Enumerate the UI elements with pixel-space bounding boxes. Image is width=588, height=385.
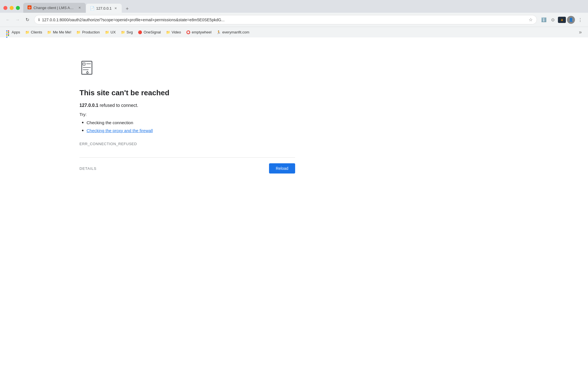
bookmark-onesignal[interactable]: 🔴 OneSignal — [136, 29, 163, 35]
bookmark-clients[interactable]: 📁 Clients — [23, 29, 45, 35]
bookmark-everymanfit-label: everymanfit.com — [222, 30, 249, 34]
bookmark-ux[interactable]: 📁 UX — [103, 29, 118, 35]
bookmark-emptywheel-label: emptywheel — [192, 30, 211, 34]
minimize-window-button[interactable] — [10, 6, 14, 10]
toolbar-right: ℹ️ ⊙ a 👤 ⋮ — [540, 16, 584, 24]
browser-chrome: O Change client | LMS Administra... ✕ 📄 … — [0, 0, 588, 37]
new-tab-button[interactable]: + — [123, 5, 131, 13]
bookmarks-more-button[interactable]: » — [577, 28, 584, 36]
url-text: 127.0.0.1:8000/oauth2/authorize/?scope=o… — [42, 18, 526, 22]
bookmark-emptywheel[interactable]: ⭕ emptywheel — [184, 29, 214, 35]
traffic-lights — [3, 6, 20, 10]
more-options-button[interactable]: ⋮ — [576, 16, 584, 24]
bookmark-everymanfit[interactable]: 🏃 everymanfit.com — [214, 29, 251, 35]
bookmark-video[interactable]: 📁 Video — [164, 29, 183, 35]
tab-localhost-title: 127.0.0.1 — [96, 6, 112, 10]
tab-lms-title: Change client | LMS Administra... — [33, 6, 75, 10]
bookmark-memememe-label: Me Me Me! — [53, 30, 71, 34]
tab-lms-close-button[interactable]: ✕ — [77, 6, 82, 10]
connection-text: Checking the connection — [87, 120, 133, 125]
svg-text:O: O — [28, 6, 30, 9]
emptywheel-icon: ⭕ — [186, 30, 190, 34]
error-icon — [79, 60, 98, 78]
error-title: This site can't be reached — [79, 88, 295, 97]
info-icon: ℹ — [38, 18, 40, 22]
amazon-button[interactable]: a — [558, 17, 566, 23]
apps-grid-icon — [6, 30, 10, 34]
error-container: This site can't be reached 127.0.0.1 ref… — [79, 60, 295, 174]
bookmark-memememe[interactable]: 📁 Me Me Me! — [45, 29, 74, 35]
folder-clients-icon: 📁 — [25, 30, 30, 34]
reload-page-button[interactable]: ↻ — [23, 16, 31, 24]
bookmark-production-label: Production — [82, 30, 100, 34]
profile-button[interactable]: 👤 — [567, 16, 575, 24]
reload-button[interactable]: Reload — [269, 163, 295, 174]
error-refused-text: refused to connect. — [98, 103, 138, 108]
folder-production-icon: 📁 — [76, 30, 81, 34]
folder-ux-icon: 📁 — [105, 30, 109, 34]
bookmark-ux-label: UX — [111, 30, 116, 34]
folder-video-icon: 📁 — [166, 30, 170, 34]
bookmark-onesignal-label: OneSignal — [144, 30, 161, 34]
bookmark-video-label: Video — [172, 30, 181, 34]
forward-button[interactable]: → — [14, 16, 22, 24]
tab-lms-icon: O — [27, 5, 32, 10]
bookmark-clients-label: Clients — [31, 30, 42, 34]
bookmark-apps[interactable]: Apps — [4, 29, 22, 35]
title-bar: O Change client | LMS Administra... ✕ 📄 … — [0, 0, 588, 13]
nav-buttons: ← → ↻ — [4, 16, 31, 24]
address-bar: ← → ↻ ℹ 127.0.0.1:8000/oauth2/authorize/… — [0, 13, 588, 27]
error-list-proxy: Checking the proxy and the firewall — [82, 128, 295, 133]
back-button[interactable]: ← — [4, 16, 12, 24]
error-footer: DETAILS Reload — [79, 157, 295, 174]
svg-point-7 — [87, 72, 88, 73]
bookmark-apps-label: Apps — [12, 30, 20, 34]
proxy-firewall-link[interactable]: Checking the proxy and the firewall — [87, 128, 153, 133]
error-list: Checking the connection Checking the pro… — [82, 120, 295, 133]
details-link[interactable]: DETAILS — [79, 166, 96, 171]
chrome-labs-button[interactable]: ⊙ — [549, 16, 557, 24]
bookmark-svg-label: Svg — [127, 30, 133, 34]
folder-memememe-icon: 📁 — [47, 30, 51, 34]
tab-bar: O Change client | LMS Administra... ✕ 📄 … — [23, 3, 585, 13]
url-bar[interactable]: ℹ 127.0.0.1:8000/oauth2/authorize/?scope… — [34, 15, 537, 24]
error-ip: 127.0.0.1 — [79, 103, 98, 108]
bookmark-star-icon[interactable]: ☆ — [529, 17, 533, 22]
reading-list-button[interactable]: ℹ️ — [540, 16, 548, 24]
close-window-button[interactable] — [3, 6, 7, 10]
error-code: ERR_CONNECTION_REFUSED — [79, 142, 295, 146]
try-label: Try: — [79, 112, 295, 117]
error-subtitle: 127.0.0.1 refused to connect. — [79, 103, 295, 108]
tab-localhost-close-button[interactable]: ✕ — [113, 6, 118, 10]
svg-rect-3 — [83, 63, 85, 65]
bookmark-svg[interactable]: 📁 Svg — [119, 29, 135, 35]
everymanfit-icon: 🏃 — [217, 30, 221, 34]
bookmarks-bar: Apps 📁 Clients 📁 Me Me Me! 📁 Production … — [0, 27, 588, 37]
tab-localhost[interactable]: 📄 127.0.0.1 ✕ — [86, 4, 122, 13]
maximize-window-button[interactable] — [16, 6, 20, 10]
folder-svg-icon: 📁 — [121, 30, 125, 34]
tab-localhost-icon: 📄 — [90, 6, 94, 10]
error-list-connection: Checking the connection — [82, 120, 295, 125]
bookmark-production[interactable]: 📁 Production — [74, 29, 102, 35]
tab-lms[interactable]: O Change client | LMS Administra... ✕ — [23, 3, 86, 13]
page-content: This site can't be reached 127.0.0.1 ref… — [0, 37, 588, 385]
onesignal-icon: 🔴 — [138, 30, 142, 34]
